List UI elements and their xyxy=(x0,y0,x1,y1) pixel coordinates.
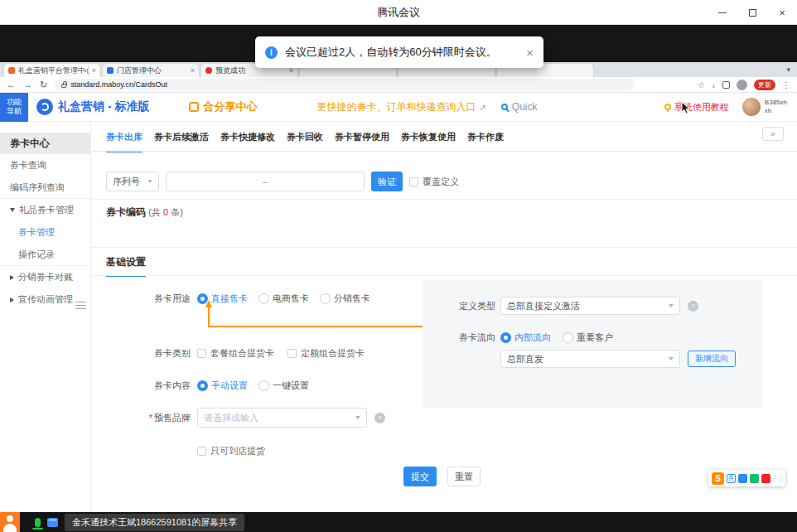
translate-badge-icon[interactable]: S xyxy=(712,472,724,485)
brand-label: 预售品牌 xyxy=(154,413,191,423)
checkbox-store-pickup[interactable]: 只可到店提货 xyxy=(197,445,265,457)
checkbox-fixed-card[interactable]: 定额组合提货卡 xyxy=(287,347,365,360)
help-icon[interactable]: ? xyxy=(688,301,698,312)
card-codes-title: 券卡编码 (共 0 条) xyxy=(106,206,183,220)
flow-select[interactable]: 总部直发 xyxy=(500,350,680,368)
back-icon[interactable]: ← xyxy=(7,80,16,89)
chevron-down-icon xyxy=(147,180,152,183)
browser-window: 礼盒营销平台管理中心 × 门店管理中心 × 预览成功 × ▾ xyxy=(0,62,797,512)
quick-search[interactable]: Quick xyxy=(501,101,538,113)
external-link-icon: ↗ xyxy=(479,103,485,112)
override-checkbox-row[interactable]: 覆盖定义 xyxy=(409,176,459,188)
favorite-icon[interactable] xyxy=(761,474,770,483)
radio-one-click-set[interactable]: 一键设置 xyxy=(258,380,309,392)
tab-card-pause[interactable]: 券卡暂停使用 xyxy=(335,131,389,152)
sidebar-item-card-query[interactable]: 券卡查询 xyxy=(0,154,90,177)
brand-select[interactable]: 请选择或输入 xyxy=(197,408,367,428)
tab-card-quick-edit[interactable]: 券卡快捷修改 xyxy=(220,131,275,152)
tab-card-activate[interactable]: 券卡后续激活 xyxy=(154,131,209,152)
refresh-icon[interactable]: ↻ xyxy=(40,80,47,89)
user-account[interactable]: B385xh xh xyxy=(742,98,787,116)
maximize-icon xyxy=(749,9,756,17)
sidebar-collapse-icon[interactable] xyxy=(75,299,86,310)
menu-icon[interactable]: ⋮ xyxy=(782,80,790,89)
sidebar-group-distribution[interactable]: 分销券卡对账 xyxy=(0,266,90,288)
profile-icon[interactable] xyxy=(737,80,747,90)
flow-row: 券卡流向 内部流向 重要客户 xyxy=(423,331,613,344)
radio-internal-flow[interactable]: 内部流向 xyxy=(500,331,551,344)
tab-search-icon[interactable]: ▾ xyxy=(786,65,790,74)
tab-card-out[interactable]: 券卡出库 xyxy=(106,131,142,152)
sidebar-item-serial-query[interactable]: 编码序列查询 xyxy=(0,177,90,199)
translate-widget: S 英 ⋮⋮ xyxy=(708,470,785,486)
serial-select[interactable]: 序列号 xyxy=(106,172,159,191)
language-icon[interactable]: 英 xyxy=(727,474,736,483)
extensions-icon[interactable] xyxy=(722,81,730,89)
app-logo-icon[interactable] xyxy=(36,99,53,115)
tab-favicon xyxy=(107,67,114,74)
function-nav-button[interactable]: 功能 导航 xyxy=(0,93,28,122)
search-icon xyxy=(501,104,508,110)
help-icon[interactable]: ? xyxy=(374,413,385,423)
quick-entry-link[interactable]: 更快捷的券卡、订单和快递查询入口 ↗ xyxy=(316,100,485,114)
tab-close-icon[interactable]: × xyxy=(92,66,96,75)
quick-entry-label: 更快捷的券卡、订单和快递查询入口 xyxy=(316,100,476,114)
override-checkbox[interactable] xyxy=(409,177,418,186)
checkbox-icon xyxy=(197,349,206,358)
notification-close-icon[interactable]: × xyxy=(526,46,534,60)
maximize-button[interactable] xyxy=(737,0,767,25)
tab-card-void[interactable]: 券卡作废 xyxy=(467,131,504,152)
sidebar-item-op-log[interactable]: 操作记录 xyxy=(0,244,90,266)
radio-key-customer[interactable]: 重要客户 xyxy=(563,331,613,344)
content-label: 券卡内容 xyxy=(108,380,191,392)
close-icon: × xyxy=(779,7,785,19)
browser-tab[interactable]: 门店管理中心 × xyxy=(102,63,200,77)
caret-right-icon xyxy=(10,297,14,302)
user-name: B385xh xyxy=(765,99,787,106)
panel-collapse-button[interactable]: » xyxy=(762,127,784,141)
tab-card-recycle[interactable]: 券卡回收 xyxy=(287,131,323,152)
chevron-down-icon xyxy=(669,357,674,360)
meeting-titlebar: 腾讯会议 × xyxy=(0,0,797,25)
download-icon[interactable]: ↓ xyxy=(712,80,716,89)
apps-icon[interactable] xyxy=(750,474,759,483)
audio-icon[interactable] xyxy=(738,474,747,483)
divider xyxy=(91,247,797,248)
forward-icon[interactable]: → xyxy=(23,80,32,89)
caret-right-icon xyxy=(10,275,14,280)
tab-favicon xyxy=(205,67,212,74)
share-center-link[interactable]: 合分享中心 xyxy=(189,99,257,114)
reset-button[interactable]: 重置 xyxy=(447,467,481,486)
serial-range-input[interactable]: – xyxy=(166,172,365,191)
card-tabs: 券卡出库 券卡后续激活 券卡快捷修改 券卡回收 券卡暂停使用 券卡恢复使用 券卡… xyxy=(106,131,504,152)
tab-close-icon[interactable]: × xyxy=(191,66,195,75)
bookmark-icon[interactable]: ☆ xyxy=(698,80,705,89)
divider xyxy=(91,275,797,276)
radio-manual-set[interactable]: 手动设置 xyxy=(197,380,248,392)
share-label: 金禾通技术王斌18662591081的屏幕共享 xyxy=(65,514,244,531)
close-button[interactable]: × xyxy=(767,0,797,25)
microphone-icon[interactable] xyxy=(35,518,41,527)
browser-addressbar: ← → ↻ standard.maboy.cn/CardsOut ☆ ↓ 更新 … xyxy=(0,77,797,93)
required-mark: * xyxy=(149,413,152,423)
tab-card-resume[interactable]: 券卡恢复使用 xyxy=(401,131,456,152)
screen-share-area: i 会议已超过2人，自动转为60分钟限时会议。 × 礼盒营销平台管理中心 × 门… xyxy=(0,25,797,512)
submit-button[interactable]: 提交 xyxy=(403,467,437,486)
drag-handle-icon[interactable]: ⋮⋮ xyxy=(773,474,782,483)
update-button[interactable]: 更新 xyxy=(754,80,775,90)
define-type-select[interactable]: 总部直接定义激活 xyxy=(500,297,680,315)
sidebar-section-card-center[interactable]: 券卡中心 xyxy=(0,133,90,154)
sidebar-item-card-manage[interactable]: 券卡管理 xyxy=(0,221,90,244)
minimize-button[interactable] xyxy=(708,0,737,25)
browser-tab[interactable]: 礼盒营销平台管理中心 × xyxy=(3,63,101,77)
tutorial-link[interactable]: 系统使用教程 xyxy=(664,101,729,114)
lock-icon xyxy=(61,84,66,88)
sidebar-group-gift-cards[interactable]: 礼品券卡管理 xyxy=(0,199,90,221)
url-field[interactable]: standard.maboy.cn/CardsOut xyxy=(55,79,635,90)
basic-settings-tab[interactable]: 基础设置 xyxy=(106,255,146,277)
tab-title: 门店管理中心 xyxy=(117,65,187,76)
checkbox-combo-card[interactable]: 套餐组合提货卡 xyxy=(197,347,274,360)
verify-button[interactable]: 验证 xyxy=(371,172,403,191)
nav-label-line1: 功能 xyxy=(7,98,22,107)
add-flow-button[interactable]: 新增流向 xyxy=(688,351,736,367)
